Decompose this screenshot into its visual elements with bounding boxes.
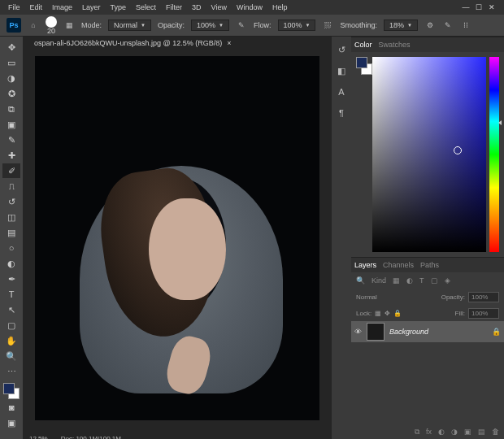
symmetry-icon[interactable]: ⁞⁞ — [460, 20, 471, 31]
layer-row[interactable]: 👁 Background 🔒 — [351, 321, 504, 342]
filter-shape-icon[interactable]: ▢ — [431, 276, 438, 285]
healing-tool-icon[interactable]: ✚ — [2, 148, 20, 163]
stamp-tool-icon[interactable]: ⎍ — [2, 179, 20, 193]
canvas-stage[interactable] — [23, 50, 332, 435]
filter-pixel-icon[interactable]: ▦ — [393, 276, 400, 285]
opacity-select[interactable]: 100%▼ — [191, 20, 229, 31]
layer-opacity-label: Opacity: — [441, 293, 465, 301]
group-icon[interactable]: ▣ — [464, 428, 471, 436]
flow-select[interactable]: 100%▼ — [278, 20, 316, 31]
quickmask-icon[interactable]: ◙ — [2, 400, 20, 415]
filter-smart-icon[interactable]: ◈ — [445, 276, 450, 285]
blend-mode-select[interactable]: Normal — [356, 293, 377, 301]
shape-tool-icon[interactable]: ▢ — [2, 318, 20, 333]
menu-view[interactable]: View — [206, 2, 232, 13]
foreground-color-swatch[interactable] — [3, 383, 15, 394]
link-layers-icon[interactable]: ⧉ — [415, 428, 419, 437]
paragraph-panel-icon[interactable]: ¶ — [335, 106, 348, 120]
menu-filter[interactable]: Filter — [161, 2, 187, 13]
zoom-tool-icon[interactable]: 🔍 — [2, 349, 20, 363]
color-swatches[interactable] — [3, 383, 20, 399]
color-panel: Color Swatches — [351, 37, 504, 257]
marquee-tool-icon[interactable]: ▭ — [2, 55, 20, 70]
layer-fx-icon[interactable]: fx — [426, 428, 432, 436]
path-select-tool-icon[interactable]: ↖ — [2, 302, 20, 317]
airbrush-icon[interactable]: ⛆ — [322, 20, 333, 31]
opacity-label: Opacity: — [158, 21, 185, 29]
hue-slider[interactable] — [489, 57, 499, 252]
gradient-tool-icon[interactable]: ▤ — [2, 225, 20, 240]
visibility-icon[interactable]: 👁 — [354, 328, 362, 336]
adjustment-layer-icon[interactable]: ◑ — [451, 428, 458, 436]
hand-tool-icon[interactable]: ✋ — [2, 333, 20, 348]
layer-mask-icon[interactable]: ◐ — [438, 428, 445, 436]
crop-tool-icon[interactable]: ⧉ — [2, 102, 20, 116]
type-tool-icon[interactable]: T — [2, 287, 20, 302]
menu-3d[interactable]: 3D — [187, 2, 206, 13]
smoothing-select[interactable]: 18%▼ — [384, 20, 418, 31]
filter-kind-icon[interactable]: 🔍 — [356, 276, 365, 285]
menu-type[interactable]: Type — [106, 2, 132, 13]
layer-name[interactable]: Background — [389, 328, 428, 336]
properties-panel-icon[interactable]: ◧ — [335, 64, 348, 77]
new-layer-icon[interactable]: ▤ — [478, 428, 485, 436]
history-brush-tool-icon[interactable]: ↺ — [2, 194, 20, 209]
history-panel-icon[interactable]: ↺ — [335, 43, 348, 56]
window-maximize-icon[interactable]: ☐ — [475, 3, 483, 11]
window-minimize-icon[interactable]: — — [462, 3, 470, 11]
blur-tool-icon[interactable]: ○ — [2, 241, 20, 255]
lasso-tool-icon[interactable]: ◑ — [2, 71, 20, 85]
delete-layer-icon[interactable]: 🗑 — [492, 428, 499, 436]
brush-dot-icon — [46, 16, 57, 28]
collapsed-panel-strip: ↺ ◧ A ¶ — [332, 37, 351, 439]
pressure-size-icon[interactable]: ✎ — [442, 20, 454, 31]
tab-color[interactable]: Color — [354, 41, 372, 49]
fill-input[interactable] — [468, 308, 499, 319]
quick-select-tool-icon[interactable]: ✪ — [2, 86, 20, 101]
home-icon[interactable]: ⌂ — [28, 20, 39, 31]
layer-thumbnail[interactable] — [367, 323, 385, 341]
menu-window[interactable]: Window — [232, 2, 267, 13]
brush-tool-icon[interactable]: ✐ — [2, 163, 20, 178]
frame-tool-icon[interactable]: ▣ — [2, 117, 20, 132]
panel-color-swatch[interactable] — [356, 57, 369, 252]
lock-position-icon[interactable]: ✥ — [385, 310, 390, 317]
tab-paths[interactable]: Paths — [420, 261, 439, 269]
document-tab[interactable]: ospan-ali-6JO626bkQWU-unsplash.jpg @ 12.… — [28, 37, 238, 50]
lock-pixels-icon[interactable]: ▦ — [375, 310, 381, 317]
pen-tool-icon[interactable]: ✒ — [2, 272, 20, 286]
dodge-tool-icon[interactable]: ◐ — [2, 256, 20, 271]
mode-select[interactable]: Normal▼ — [108, 20, 151, 31]
window-close-icon[interactable]: ✕ — [488, 3, 496, 11]
layer-opacity-input[interactable] — [468, 292, 499, 302]
menu-help[interactable]: Help — [267, 2, 293, 13]
edit-toolbar-icon[interactable]: ⋯ — [2, 364, 20, 379]
brush-settings-icon[interactable]: ▦ — [63, 20, 75, 31]
color-picker-ring-icon — [454, 146, 462, 154]
tab-layers[interactable]: Layers — [354, 261, 376, 269]
filter-adjust-icon[interactable]: ◐ — [406, 276, 413, 285]
eraser-tool-icon[interactable]: ◫ — [2, 210, 20, 224]
doc-size: 100.1M/100.1M — [76, 435, 121, 439]
menu-select[interactable]: Select — [131, 2, 161, 13]
tab-close-icon[interactable]: × — [227, 39, 231, 47]
character-panel-icon[interactable]: A — [335, 85, 348, 98]
filter-type-icon[interactable]: T — [419, 276, 424, 285]
smoothing-options-icon[interactable]: ⚙ — [424, 20, 436, 31]
screenmode-icon[interactable]: ▣ — [2, 415, 20, 430]
brush-preview[interactable]: 20 — [46, 16, 57, 35]
pressure-opacity-icon[interactable]: ✎ — [236, 20, 247, 31]
tab-channels[interactable]: Channels — [383, 261, 414, 269]
options-bar: Ps ⌂ 20 ▦ Mode: Normal▼ Opacity: 100%▼ ✎… — [0, 15, 504, 37]
tab-swatches[interactable]: Swatches — [379, 41, 411, 49]
menu-file[interactable]: File — [3, 2, 25, 13]
lock-all-icon[interactable]: 🔒 — [393, 310, 402, 317]
eyedropper-tool-icon[interactable]: ✎ — [2, 133, 20, 147]
zoom-level[interactable]: 12.5% — [29, 435, 48, 439]
color-field[interactable] — [372, 57, 486, 252]
menu-edit[interactable]: Edit — [25, 2, 48, 13]
move-tool-icon[interactable]: ✥ — [2, 40, 20, 54]
menu-layer[interactable]: Layer — [77, 2, 106, 13]
menu-image[interactable]: Image — [47, 2, 77, 13]
app-icon[interactable]: Ps — [7, 18, 21, 33]
